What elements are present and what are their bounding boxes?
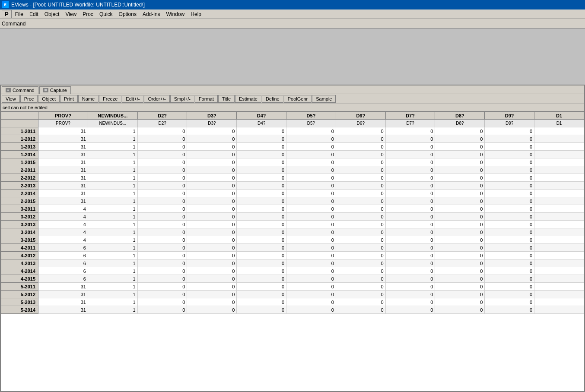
cell-12-1[interactable]: 4 [38, 221, 88, 228]
cell-13-7[interactable]: 0 [336, 228, 385, 236]
cell-23-8[interactable]: 0 [385, 306, 435, 314]
toolbar-btn-proc[interactable]: Proc [20, 95, 38, 103]
cell-8-5[interactable]: 0 [237, 190, 286, 197]
cell-6-11[interactable] [534, 174, 584, 182]
cell-0-9[interactable]: 0 [435, 127, 485, 135]
cell-11-7[interactable]: 0 [336, 213, 385, 221]
cell-17-6[interactable]: 0 [286, 259, 336, 267]
cell-11-8[interactable]: 0 [385, 213, 435, 221]
cell-2-11[interactable] [534, 143, 584, 151]
cell-21-3[interactable]: 0 [137, 291, 187, 298]
cell-23-10[interactable]: 0 [485, 306, 534, 314]
cell-12-0[interactable]: 3-2013 [1, 221, 38, 228]
cell-2-7[interactable]: 0 [336, 143, 385, 151]
cell-17-4[interactable]: 0 [187, 259, 237, 267]
cell-5-8[interactable]: 0 [385, 166, 435, 174]
cell-5-9[interactable]: 0 [435, 166, 485, 174]
cell-7-2[interactable]: 1 [88, 182, 137, 190]
toolbar-btn-sample[interactable]: Sample [312, 95, 336, 103]
cell-14-9[interactable]: 0 [435, 236, 485, 244]
cell-21-0[interactable]: 5-2012 [1, 291, 38, 298]
cell-14-7[interactable]: 0 [336, 236, 385, 244]
cell-0-1[interactable]: 31 [38, 127, 88, 135]
cell-17-1[interactable]: 6 [38, 259, 88, 267]
spreadsheet-container[interactable]: PROV?NEWINDUS...D2?D3?D4?D5?D6?D7?D8?D9?… [1, 111, 584, 391]
cell-13-9[interactable]: 0 [435, 228, 485, 236]
cell-3-1[interactable]: 31 [38, 151, 88, 158]
cell-1-6[interactable]: 0 [286, 135, 336, 143]
cell-5-5[interactable]: 0 [237, 166, 286, 174]
cell-16-0[interactable]: 4-2012 [1, 252, 38, 259]
cell-13-3[interactable]: 0 [137, 228, 187, 236]
toolbar-btn-name[interactable]: Name [78, 95, 99, 103]
cell-1-2[interactable]: 1 [88, 135, 137, 143]
cell-6-5[interactable]: 0 [237, 174, 286, 182]
cell-15-5[interactable]: 0 [237, 244, 286, 252]
cell-17-5[interactable]: 0 [237, 259, 286, 267]
cell-22-10[interactable]: 0 [485, 298, 534, 306]
cell-16-3[interactable]: 0 [137, 252, 187, 259]
cell-19-7[interactable]: 0 [336, 275, 385, 283]
cell-2-1[interactable]: 31 [38, 143, 88, 151]
menu-item-p[interactable]: P [2, 10, 12, 18]
cell-8-1[interactable]: 31 [38, 190, 88, 197]
cell-10-8[interactable]: 0 [385, 205, 435, 213]
cell-15-8[interactable]: 0 [385, 244, 435, 252]
cell-18-1[interactable]: 6 [38, 267, 88, 275]
toolbar-btn-edit[interactable]: Edit+/- [122, 95, 143, 103]
cell-19-0[interactable]: 4-2015 [1, 275, 38, 283]
cell-4-8[interactable]: 0 [385, 158, 435, 166]
cell-5-4[interactable]: 0 [187, 166, 237, 174]
cell-7-7[interactable]: 0 [336, 182, 385, 190]
cell-15-6[interactable]: 0 [286, 244, 336, 252]
cell-17-2[interactable]: 1 [88, 259, 137, 267]
cell-23-3[interactable]: 0 [137, 306, 187, 314]
toolbar-btn-format[interactable]: Format [195, 95, 218, 103]
toolbar-btn-view[interactable]: View [2, 95, 20, 103]
cell-21-10[interactable]: 0 [485, 291, 534, 298]
cell-9-6[interactable]: 0 [286, 197, 336, 205]
cell-16-10[interactable]: 0 [485, 252, 534, 259]
cell-17-9[interactable]: 0 [435, 259, 485, 267]
cell-17-3[interactable]: 0 [137, 259, 187, 267]
cell-18-3[interactable]: 0 [137, 267, 187, 275]
cell-16-5[interactable]: 0 [237, 252, 286, 259]
cell-16-4[interactable]: 0 [187, 252, 237, 259]
cell-23-2[interactable]: 1 [88, 306, 137, 314]
cell-3-4[interactable]: 0 [187, 151, 237, 158]
cell-0-7[interactable]: 0 [336, 127, 385, 135]
cell-13-8[interactable]: 0 [385, 228, 435, 236]
cell-15-11[interactable] [534, 244, 584, 252]
cell-20-1[interactable]: 31 [38, 283, 88, 291]
cell-8-3[interactable]: 0 [137, 190, 187, 197]
cell-5-7[interactable]: 0 [336, 166, 385, 174]
cell-4-6[interactable]: 0 [286, 158, 336, 166]
menu-item-edit[interactable]: Edit [27, 10, 41, 18]
cell-2-8[interactable]: 0 [385, 143, 435, 151]
cell-23-7[interactable]: 0 [336, 306, 385, 314]
cell-21-7[interactable]: 0 [336, 291, 385, 298]
cell-3-5[interactable]: 0 [237, 151, 286, 158]
cell-3-2[interactable]: 1 [88, 151, 137, 158]
cell-8-0[interactable]: 2-2014 [1, 190, 38, 197]
cell-20-10[interactable]: 0 [485, 283, 534, 291]
toolbar-btn-order[interactable]: Order+/- [144, 95, 169, 103]
cell-13-1[interactable]: 4 [38, 228, 88, 236]
cell-10-1[interactable]: 4 [38, 205, 88, 213]
cell-9-8[interactable]: 0 [385, 197, 435, 205]
toolbar-btn-define[interactable]: Define [262, 95, 283, 103]
cell-10-3[interactable]: 0 [137, 205, 187, 213]
cell-12-4[interactable]: 0 [187, 221, 237, 228]
tab-capture[interactable]: ⊞ Capture [39, 86, 71, 94]
cell-23-5[interactable]: 0 [237, 306, 286, 314]
menu-item-options[interactable]: Options [116, 10, 139, 18]
cell-7-3[interactable]: 0 [137, 182, 187, 190]
cell-2-9[interactable]: 0 [435, 143, 485, 151]
cell-9-3[interactable]: 0 [137, 197, 187, 205]
cell-20-4[interactable]: 0 [187, 283, 237, 291]
cell-11-6[interactable]: 0 [286, 213, 336, 221]
cell-2-3[interactable]: 0 [137, 143, 187, 151]
menu-item-help[interactable]: Help [188, 10, 204, 18]
cell-6-4[interactable]: 0 [187, 174, 237, 182]
cell-15-0[interactable]: 4-2011 [1, 244, 38, 252]
